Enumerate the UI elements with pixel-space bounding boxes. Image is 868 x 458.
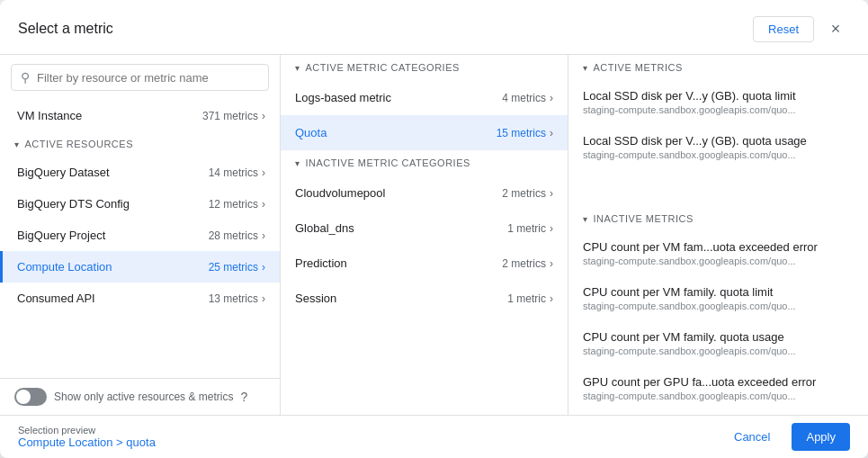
- resource-name: BigQuery Project: [17, 229, 105, 242]
- metric-path: staging-compute.sandbox.googleapis.com/q…: [583, 149, 854, 160]
- chevron-right-icon: ›: [262, 229, 265, 242]
- chevron-right-icon: ›: [550, 187, 553, 200]
- category-metrics: 15 metrics ›: [497, 127, 553, 139]
- category-metrics: 1 metric ›: [507, 222, 553, 235]
- dialog-header: Select a metric Reset ×: [0, 0, 868, 55]
- toggle-label: Show only active resources & metrics: [54, 391, 233, 403]
- chevron-right-icon: ›: [550, 127, 553, 139]
- resource-list: VM Instance 371 metrics › ▾ ACTIVE RESOU…: [0, 100, 280, 378]
- spacer: [568, 170, 868, 206]
- chevron-right-icon: ›: [550, 257, 553, 270]
- dialog-body: ⚲ VM Instance 371 metrics › ▾ ACTIVE RES…: [0, 55, 868, 415]
- metric-name: CPU count per VM fam...uota exceeded err…: [583, 240, 854, 254]
- category-name: Global_dns: [295, 221, 354, 235]
- category-metrics: 1 metric ›: [507, 292, 553, 305]
- resource-name: Consumed API: [17, 292, 95, 305]
- right-column: ▾ ACTIVE METRICS Local SSD disk per V...…: [568, 55, 868, 415]
- inactive-metrics-header: ▾ INACTIVE METRICS: [568, 206, 868, 231]
- resource-metrics: 12 metrics ›: [209, 198, 265, 211]
- category-item-global-dns[interactable]: Global_dns 1 metric ›: [281, 211, 568, 246]
- chevron-right-icon: ›: [262, 292, 265, 305]
- resource-item-compute-location[interactable]: Compute Location 25 metrics ›: [0, 251, 280, 283]
- category-item-prediction[interactable]: Prediction 2 metrics ›: [281, 246, 568, 281]
- reset-button[interactable]: Reset: [753, 16, 814, 42]
- active-categories-label: ACTIVE METRIC CATEGORIES: [306, 62, 460, 73]
- search-input[interactable]: [37, 71, 259, 85]
- metric-name: Local SSD disk per V...y (GB). quota lim…: [583, 89, 854, 103]
- chevron-right-icon: ›: [550, 92, 553, 104]
- resource-item-bigquery-dataset[interactable]: BigQuery Dataset 14 metrics ›: [0, 157, 280, 188]
- active-resources-section-header: ▾ ACTIVE RESOURCES: [0, 131, 280, 157]
- category-metrics: 2 metrics ›: [502, 187, 553, 200]
- resource-name: BigQuery DTS Config: [17, 197, 130, 211]
- resource-item-bigquery-project[interactable]: BigQuery Project 28 metrics ›: [0, 220, 280, 251]
- metric-path: staging-compute.sandbox.googleapis.com/q…: [583, 346, 854, 356]
- search-icon: ⚲: [21, 70, 30, 85]
- search-box[interactable]: ⚲: [11, 64, 269, 91]
- apply-button[interactable]: Apply: [792, 423, 850, 451]
- chevron-down-icon: ▾: [14, 139, 20, 149]
- metric-name: GPU count per GPU fa...uota exceeded err…: [583, 375, 854, 389]
- category-metrics: 4 metrics ›: [502, 92, 553, 104]
- help-icon[interactable]: ?: [240, 390, 247, 404]
- resource-metrics: 13 metrics ›: [209, 292, 265, 305]
- dialog-title: Select a metric: [18, 21, 113, 37]
- metric-item-gpu-exceeded-error[interactable]: GPU count per GPU fa...uota exceeded err…: [568, 366, 868, 411]
- selection-preview: Selection preview Compute Location > quo…: [18, 425, 156, 449]
- resource-metrics: 371 metrics ›: [202, 110, 265, 122]
- category-name: Cloudvolumepool: [295, 186, 385, 200]
- metric-name: CPU count per VM family. quota limit: [583, 285, 854, 299]
- category-item-quota[interactable]: Quota 15 metrics ›: [281, 115, 568, 150]
- selection-preview-value: Compute Location > quota: [18, 436, 156, 449]
- chevron-right-icon: ›: [550, 292, 553, 305]
- cancel-button[interactable]: Cancel: [720, 423, 784, 451]
- chevron-right-icon: ›: [262, 110, 265, 122]
- selection-preview-label: Selection preview: [18, 425, 156, 436]
- dialog-footer: Selection preview Compute Location > quo…: [0, 415, 868, 458]
- middle-column: ▾ ACTIVE METRIC CATEGORIES Logs-based me…: [281, 55, 568, 415]
- chevron-down-icon: ▾: [295, 158, 300, 168]
- metric-path: staging-compute.sandbox.googleapis.com/q…: [583, 256, 854, 266]
- metric-item-local-ssd-limit[interactable]: Local SSD disk per V...y (GB). quota lim…: [568, 80, 868, 125]
- metric-item-local-ssd-usage[interactable]: Local SSD disk per V...y (GB). quota usa…: [568, 125, 868, 170]
- resource-metrics: 25 metrics ›: [209, 261, 265, 274]
- category-name: Prediction: [295, 256, 347, 270]
- category-item-logs-based[interactable]: Logs-based metric 4 metrics ›: [281, 80, 568, 115]
- inactive-metric-categories-header: ▾ INACTIVE METRIC CATEGORIES: [281, 150, 568, 175]
- resource-name: BigQuery Dataset: [17, 166, 110, 179]
- footer-buttons: Cancel Apply: [720, 423, 850, 451]
- inactive-metrics-label: INACTIVE METRICS: [594, 213, 694, 224]
- metric-path: staging-compute.sandbox.googleapis.com/q…: [583, 391, 854, 401]
- active-resources-toggle[interactable]: [14, 388, 47, 406]
- resource-item-vm-instance[interactable]: VM Instance 371 metrics ›: [0, 100, 280, 131]
- metric-item-cpu-quota-limit[interactable]: CPU count per VM family. quota limit sta…: [568, 276, 868, 321]
- chevron-down-icon: ▾: [583, 214, 588, 224]
- category-metrics: 2 metrics ›: [502, 257, 553, 270]
- category-item-session[interactable]: Session 1 metric ›: [281, 281, 568, 316]
- chevron-down-icon: ▾: [295, 63, 300, 73]
- metric-name: CPU count per VM family. quota usage: [583, 330, 854, 344]
- toggle-row: Show only active resources & metrics ?: [0, 378, 280, 415]
- select-metric-dialog: Select a metric Reset × ⚲ VM Instance 37…: [0, 0, 868, 458]
- chevron-right-icon: ›: [550, 222, 553, 235]
- metric-path: staging-compute.sandbox.googleapis.com/q…: [583, 301, 854, 311]
- metric-item-cpu-exceeded-error[interactable]: CPU count per VM fam...uota exceeded err…: [568, 231, 868, 276]
- metric-name: Local SSD disk per V...y (GB). quota usa…: [583, 134, 854, 148]
- resource-name: Compute Location: [17, 260, 112, 274]
- resource-item-bigquery-dts-config[interactable]: BigQuery DTS Config 12 metrics ›: [0, 188, 280, 220]
- metric-path: staging-compute.sandbox.googleapis.com/q…: [583, 104, 854, 115]
- chevron-right-icon: ›: [262, 261, 265, 274]
- active-resources-label: ACTIVE RESOURCES: [25, 139, 133, 149]
- close-button[interactable]: ×: [821, 14, 850, 43]
- chevron-right-icon: ›: [262, 166, 265, 179]
- resource-metrics: 14 metrics ›: [209, 166, 265, 179]
- chevron-right-icon: ›: [262, 198, 265, 211]
- resource-metrics: 28 metrics ›: [209, 229, 265, 242]
- resource-item-consumed-api[interactable]: Consumed API 13 metrics ›: [0, 283, 280, 314]
- active-metric-categories-header: ▾ ACTIVE METRIC CATEGORIES: [281, 55, 568, 80]
- metric-item-cpu-quota-usage[interactable]: CPU count per VM family. quota usage sta…: [568, 321, 868, 366]
- inactive-categories-label: INACTIVE METRIC CATEGORIES: [306, 157, 470, 168]
- chevron-down-icon: ▾: [583, 63, 588, 73]
- category-item-cloudvolumepool[interactable]: Cloudvolumepool 2 metrics ›: [281, 175, 568, 211]
- resource-name: VM Instance: [17, 109, 82, 122]
